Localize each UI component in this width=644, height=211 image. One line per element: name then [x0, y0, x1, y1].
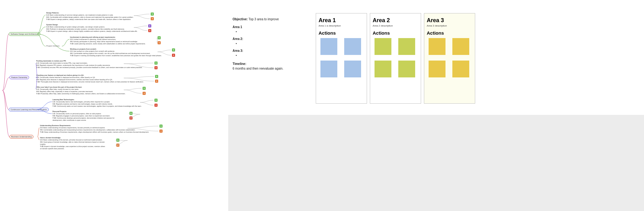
sticky-note[interactable] — [320, 61, 337, 77]
score-badge[interactable]: 5 — [154, 99, 158, 102]
area3-label: Area 3: — [233, 49, 243, 52]
sticky-note[interactable] — [452, 61, 469, 77]
skill-detail: Pushing teammates to review your PR:1-3:… — [36, 60, 149, 69]
card2-actions: Actions — [373, 30, 418, 36]
sticky-note[interactable] — [375, 61, 391, 77]
score-badge[interactable]: 5 — [116, 139, 119, 142]
score-badge[interactable]: 3 — [143, 92, 146, 95]
objective-text: Top 3 area to improve — [249, 17, 279, 21]
sticky-note[interactable] — [398, 61, 415, 77]
timeline-label: Timeline: — [233, 62, 246, 66]
score-badge[interactable]: 5 — [159, 125, 163, 128]
objective-label: Objective: — [233, 17, 248, 21]
area1-label: Area 1 — [233, 25, 242, 29]
subcategory: Project Initiation — [46, 45, 60, 47]
score-badge[interactable]: 5 — [155, 75, 158, 78]
sticky-note[interactable] — [344, 61, 361, 77]
timeline-text: 6 months and then reevaluate again. — [233, 66, 283, 71]
score-badge[interactable]: 3 — [154, 66, 158, 69]
card3-actions: Actions — [427, 30, 472, 36]
score-badge[interactable]: 5 — [148, 24, 151, 27]
skill-detail: Have a domain knowledge:1-3: Basic under… — [40, 137, 153, 150]
skill-detail: Checking your feature on deployed env be… — [36, 74, 149, 83]
whiteboard-panel: Objective: Top 3 area to improve Area 1 … — [228, 0, 644, 115]
card3-desc: Area 3 description — [427, 24, 472, 27]
score-badge[interactable]: 3 — [151, 17, 154, 20]
area2-label: Area 2: — [233, 37, 243, 41]
score-badge[interactable]: 3 — [129, 116, 133, 120]
sticky-note[interactable] — [429, 38, 445, 55]
area3-bullet: • — [236, 53, 283, 58]
skill-detail: Personal Projects:1-3: Occasionally work… — [53, 110, 165, 121]
skill-detail: Learning New Technologies:1-3: Occasiona… — [53, 99, 165, 107]
skill-detail: Working on projects from scratch:1-3: Ha… — [70, 48, 183, 57]
skill-detail: System Design1-3: Basic understanding of… — [46, 24, 159, 32]
mindmap-panel: Software Design and ArchitectureDesign P… — [0, 0, 228, 211]
area2-bullet: • — [236, 41, 283, 46]
sticky-note[interactable] — [375, 38, 391, 55]
score-badge[interactable]: 3 — [158, 41, 161, 44]
area-card-3[interactable]: Area 3 Area 3 description Actions — [424, 13, 475, 104]
score-badge[interactable]: 3 — [154, 104, 158, 107]
score-badge[interactable]: 5 — [172, 48, 175, 52]
sticky-note[interactable] — [452, 38, 469, 55]
score-badge[interactable]: 3 — [155, 80, 158, 83]
category-feature-ownership[interactable]: Feature Ownership — [9, 76, 29, 79]
score-badge[interactable]: 5 — [154, 61, 158, 65]
skill-detail: Offer your help if you know this part of… — [36, 86, 149, 95]
skill-detail: Design Patterns:1-3: Basic understanding… — [46, 12, 159, 21]
card2-desc: Area 2 description — [373, 24, 418, 27]
area-card-2[interactable]: Area 2 Area 2 description Actions — [370, 13, 421, 104]
card1-title: Area 1 — [319, 17, 364, 24]
card3-title: Area 3 — [427, 17, 472, 24]
category-business-understanding[interactable]: Business Understanding — [9, 135, 33, 139]
score-badge[interactable]: 3 — [148, 29, 151, 32]
skill-detail: Involvement in planning and refining pro… — [70, 36, 183, 45]
category-software-design[interactable]: Software Design and Architecture — [9, 32, 40, 36]
score-badge[interactable]: 5 — [129, 112, 133, 115]
card2-title: Area 2 — [373, 17, 418, 24]
score-badge[interactable]: 5 — [158, 36, 161, 39]
gray-area — [228, 115, 644, 211]
area1-bullet: • — [236, 29, 283, 34]
sticky-note[interactable] — [320, 38, 337, 55]
sticky-note[interactable] — [344, 38, 361, 55]
score-badge[interactable]: 5 — [143, 87, 146, 90]
skill-detail: Understanding Business Requirements:1-3:… — [40, 125, 153, 133]
area-card-1[interactable]: Area 1 Area 1 a description Actions — [316, 13, 367, 104]
card1-desc: Area 1 a description — [319, 24, 364, 27]
score-badge[interactable]: 5 — [151, 12, 154, 16]
category-continuous-learning[interactable]: Continuous Learning and Personal Project… — [9, 108, 49, 111]
sticky-note[interactable] — [429, 61, 445, 77]
score-badge[interactable]: 3 — [172, 54, 175, 57]
score-badge[interactable]: 3 — [116, 144, 119, 147]
sticky-note[interactable] — [398, 38, 415, 55]
card1-actions: Actions — [319, 30, 364, 36]
objective-block: Objective: Top 3 area to improve Area 1 … — [233, 17, 283, 71]
score-badge[interactable]: 3 — [159, 130, 163, 133]
